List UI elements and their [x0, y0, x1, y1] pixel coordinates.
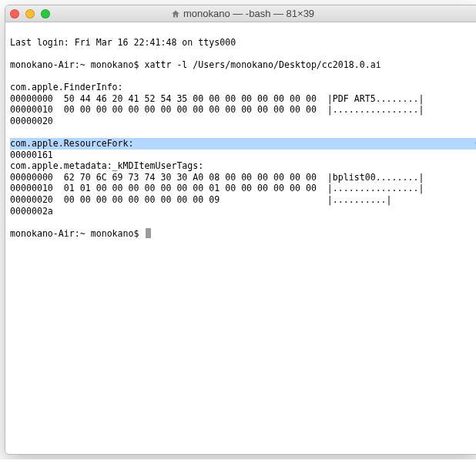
output-line: 00000010 00 00 00 00 00 00 00 00 00 00 0… [10, 104, 475, 116]
output-line: 0000002a [10, 206, 475, 217]
output-line: 00000000 50 44 46 20 41 52 54 35 00 00 0… [10, 93, 475, 105]
close-icon[interactable] [10, 9, 19, 18]
cursor [146, 228, 151, 239]
output-line: 00000020 [10, 116, 475, 127]
output-line: 00000020 00 00 00 00 00 00 00 00 00 09 |… [10, 194, 475, 206]
prompt-text: monokano-Air:~ monokano$ [10, 228, 145, 240]
output-line: com.apple.ResourceFork: [10, 138, 475, 150]
prompt-line-2: monokano-Air:~ monokano$ [10, 228, 475, 240]
zoom-icon[interactable] [41, 9, 50, 18]
output-line: com.apple.FinderInfo: [10, 82, 475, 93]
terminal-content[interactable]: Last login: Fri Mar 16 22:41:48 on ttys0… [5, 22, 476, 454]
window-controls [10, 9, 50, 18]
window-title-text: monokano — -bash — 81×39 [183, 8, 314, 19]
home-icon [171, 9, 180, 18]
output-line: 00000161 [10, 150, 475, 161]
window-title: monokano — -bash — 81×39 [5, 8, 476, 19]
output-line: 00000000 62 70 6C 69 73 74 30 30 A0 08 0… [10, 172, 475, 183]
prompt-line: monokano-Air:~ monokano$ xattr -l /Users… [10, 59, 475, 71]
minimize-icon[interactable] [25, 9, 35, 18]
output-line: com.apple.metadata:_kMDItemUserTags: [10, 160, 475, 172]
terminal-window: monokano — -bash — 81×39 Last login: Fri… [5, 5, 476, 455]
output-line: 00000010 01 01 00 00 00 00 00 00 00 01 0… [10, 183, 475, 194]
login-line: Last login: Fri Mar 16 22:41:48 on ttys0… [10, 37, 475, 49]
titlebar[interactable]: monokano — -bash — 81×39 [5, 5, 476, 22]
